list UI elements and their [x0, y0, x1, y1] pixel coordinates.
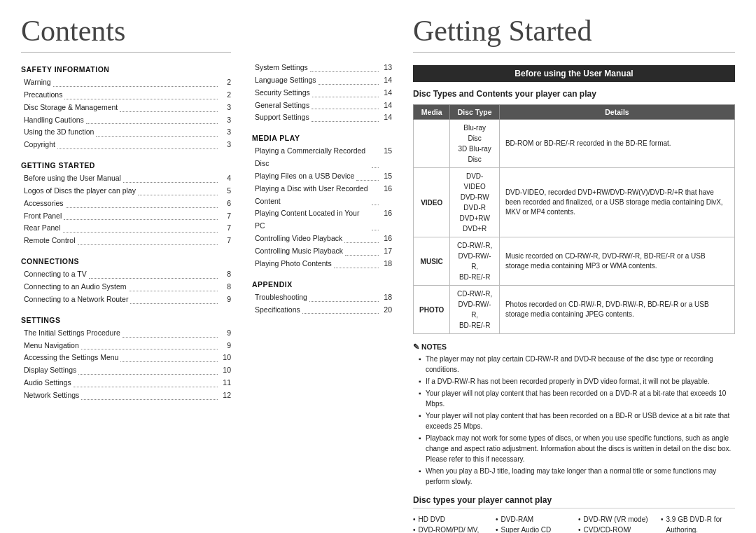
- section-safety: SAFETY INFORMATION: [21, 65, 231, 74]
- toc-dots: [345, 245, 379, 256]
- toc-dots: [63, 222, 218, 233]
- section-media-play: MEDIA PLAY: [252, 134, 392, 142]
- toc-page: 9: [220, 327, 231, 340]
- note-item: Your player will not play content that h…: [419, 388, 735, 409]
- toc-dots: [129, 281, 218, 291]
- toc-page: 14: [381, 87, 392, 99]
- cannot-play-item: •DVD-RAM: [496, 514, 570, 525]
- disc-type-cell: CD-RW/-R,DVD-RW/-R,BD-RE/-R: [450, 237, 499, 286]
- getting-started-title: Getting Started: [413, 14, 735, 53]
- toc-entry: Playing Content Located in Your PC16: [252, 207, 392, 233]
- toc-entry: Specifications20: [252, 304, 392, 317]
- toc-dots: [130, 293, 218, 304]
- toc-label: Rear Panel: [24, 222, 61, 235]
- bullet: •: [578, 514, 581, 525]
- toc-dots: [309, 291, 379, 302]
- toc-page: 16: [381, 207, 392, 233]
- notes-list: The player may not play certain CD-RW/-R…: [413, 354, 735, 487]
- toc-dots: [120, 102, 218, 112]
- system-toc: System Settings13Language Settings14Secu…: [252, 62, 392, 124]
- toc-label: Playing Content Located in Your PC: [255, 207, 370, 233]
- toc-page: 13: [381, 62, 392, 74]
- toc-label: System Settings: [255, 62, 308, 74]
- toc-dots: [57, 139, 218, 149]
- toc-entry: Handling Cautions3: [21, 114, 231, 127]
- toc-dots: [372, 207, 379, 230]
- disc-section-title: Disc Types and Contents your player can …: [413, 89, 735, 99]
- toc-entry: Accessories6: [21, 198, 231, 210]
- cannot-play-column: •HD DVD•DVD-ROM/PD/ MV, etc: [413, 514, 487, 533]
- bullet: •: [578, 525, 581, 533]
- cannot-play-label: DVD-ROM/PD/ MV, etc: [419, 525, 487, 533]
- bullet: •: [496, 514, 498, 525]
- toc-label: Menu Navigation: [24, 340, 79, 352]
- disc-type-cell: CD-RW/-R,DVD-RW/-R,BD-RE/-R: [450, 286, 499, 334]
- toc-page: 14: [381, 99, 392, 112]
- bullet: •: [413, 514, 416, 525]
- toc-entry: Accessing the Settings Menu10: [21, 352, 231, 364]
- table-row: VIDEODVD-VIDEODVD-RWDVD-RDVD+RWDVD+RDVD-…: [414, 168, 735, 237]
- toc-label: Copyright: [24, 139, 55, 151]
- toc-entry: Troubleshooting18: [252, 291, 392, 304]
- toc-entry: Playing a Disc with User Recorded Conten…: [252, 183, 392, 208]
- toc-label: Controlling Music Playback: [255, 245, 343, 258]
- toc-page: 8: [220, 281, 231, 293]
- toc-dots: [312, 111, 379, 122]
- toc-page: 12: [220, 389, 231, 402]
- toc-dots: [310, 62, 379, 72]
- section-appendix: APPENDIX: [252, 280, 392, 289]
- toc-entry: Logos of Discs the player can play5: [21, 185, 231, 198]
- toc-page: 15: [381, 170, 392, 183]
- safety-toc: Warning2Precautions2Disc Storage & Manag…: [21, 76, 231, 151]
- toc-page: 14: [381, 74, 392, 87]
- toc-dots: [138, 185, 218, 195]
- toc-label: Connecting to an Audio System: [24, 281, 127, 293]
- toc-label: Before using the User Manual: [24, 172, 121, 185]
- toc-dots: [81, 340, 218, 350]
- disc-type-cell: DVD-VIDEODVD-RWDVD-RDVD+RWDVD+R: [450, 168, 499, 237]
- cannot-play-label: HD DVD: [419, 514, 445, 525]
- toc-page: 6: [220, 198, 231, 210]
- toc-page: 15: [381, 145, 392, 170]
- toc-entry: Audio Settings11: [21, 377, 231, 389]
- toc-label: Troubleshooting: [255, 291, 307, 304]
- media-cell: [414, 120, 450, 168]
- toc-label: Security Settings: [255, 87, 310, 99]
- toc-dots: [302, 304, 379, 314]
- cannot-play-title: Disc types your player cannot play: [413, 495, 735, 508]
- section-connections: CONNECTIONS: [21, 257, 231, 265]
- toc-dots: [318, 74, 379, 85]
- toc-label: Logos of Discs the player can play: [24, 185, 136, 198]
- col-details: Details: [499, 105, 734, 120]
- toc-page: 14: [381, 111, 392, 124]
- media-cell: PHOTO: [414, 286, 450, 334]
- toc-page: 10: [220, 352, 231, 364]
- toc-page: 11: [220, 377, 231, 389]
- toc-page: 7: [220, 210, 231, 223]
- toc-dots: [64, 89, 218, 99]
- toc-dots: [64, 210, 218, 221]
- toc-page: 17: [381, 245, 392, 258]
- toc-entry: Using the 3D function3: [21, 126, 231, 139]
- toc-label: Display Settings: [24, 364, 76, 377]
- table-row: PHOTOCD-RW/-R,DVD-RW/-R,BD-RE/-RPhotos r…: [414, 286, 735, 334]
- cannot-play-grid: •HD DVD•DVD-ROM/PD/ MV, etc•DVD-RAM•Supe…: [413, 514, 735, 533]
- disc-table: Media Disc Type Details Blu-ray Disc3D B…: [413, 104, 735, 334]
- section-getting-started: GETTING STARTED: [21, 161, 231, 169]
- toc-entry: Playing a Commercially Recorded Disc15: [252, 145, 392, 170]
- toc-entry: Remote Control7: [21, 235, 231, 247]
- note-item: If a DVD-RW/-R has not been recorded pro…: [419, 376, 735, 387]
- toc-entry: Warning2: [21, 76, 231, 89]
- cannot-play-column: •DVD-RAM•Super Audio CD (except CD layer…: [496, 514, 570, 533]
- toc-label: General Settings: [255, 99, 309, 112]
- toc-dots: [356, 170, 379, 181]
- toc-label: Accessories: [24, 198, 64, 210]
- toc-page: 2: [220, 89, 231, 102]
- toc-page: 10: [220, 364, 231, 377]
- toc-entry: Network Settings12: [21, 389, 231, 402]
- toc-label: Playing a Disc with User Recorded Conten…: [255, 183, 370, 208]
- toc-label: Warning: [24, 76, 51, 89]
- toc-page: 8: [220, 268, 231, 281]
- col-disc-type: Disc Type: [450, 105, 499, 120]
- note-item: When you play a BD-J title, loading may …: [419, 466, 735, 487]
